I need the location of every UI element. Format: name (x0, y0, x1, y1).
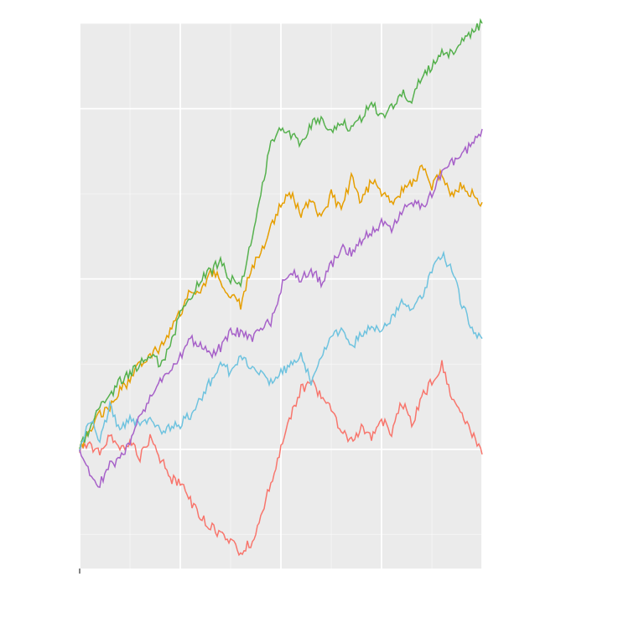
line-chart (0, 0, 644, 644)
chart-container (0, 0, 644, 644)
